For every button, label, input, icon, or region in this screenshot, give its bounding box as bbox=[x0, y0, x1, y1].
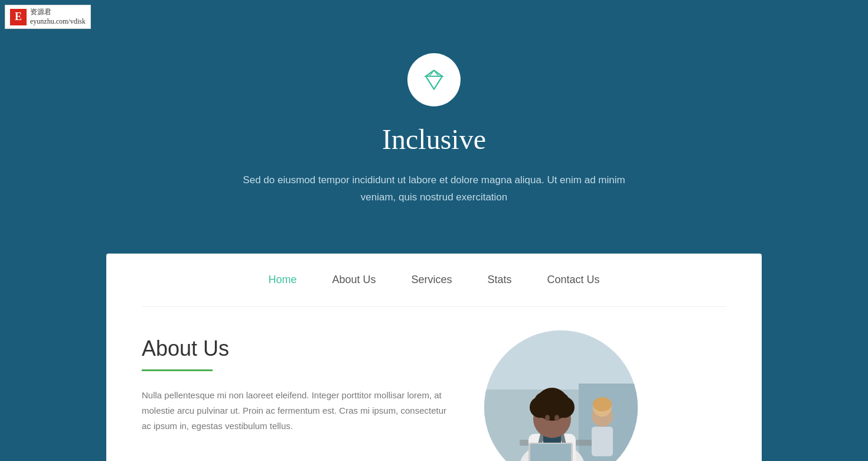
svg-point-23 bbox=[554, 415, 559, 421]
card-section: Home About Us Services Stats Contact Us … bbox=[106, 254, 762, 461]
svg-point-20 bbox=[534, 392, 552, 410]
hero-section: Inclusive Sed do eiusmod tempor incididu… bbox=[0, 0, 868, 254]
svg-point-22 bbox=[545, 415, 550, 421]
card-nav: Home About Us Services Stats Contact Us bbox=[142, 254, 726, 307]
about-content: About Us Nulla pellentesque mi non laore… bbox=[142, 336, 726, 461]
svg-line-2 bbox=[426, 76, 434, 89]
diamond-icon-wrapper bbox=[407, 53, 461, 106]
diamond-icon bbox=[421, 67, 447, 93]
svg-point-21 bbox=[553, 393, 569, 410]
hero-description: Sed do eiusmod tempor incididunt ut labo… bbox=[227, 172, 641, 206]
svg-rect-25 bbox=[530, 444, 571, 461]
svg-rect-27 bbox=[592, 427, 613, 456]
brand-watermark: E 资源君 eyunzhu.com/vdisk bbox=[5, 5, 91, 29]
brand-letter: E bbox=[10, 9, 27, 25]
person-illustration bbox=[484, 330, 638, 461]
brand-name: 资源君 eyunzhu.com/vdisk bbox=[30, 8, 86, 26]
about-image bbox=[484, 330, 638, 461]
nav-item-contact[interactable]: Contact Us bbox=[547, 271, 600, 288]
about-text: About Us Nulla pellentesque mi non laore… bbox=[142, 336, 449, 434]
nav-item-home[interactable]: Home bbox=[268, 271, 296, 288]
hero-title: Inclusive bbox=[382, 123, 486, 155]
about-body: Nulla pellentesque mi non laoreet eleife… bbox=[142, 388, 449, 434]
nav-item-stats[interactable]: Stats bbox=[488, 271, 512, 288]
svg-point-29 bbox=[593, 397, 612, 411]
nav-item-about[interactable]: About Us bbox=[332, 271, 376, 288]
svg-marker-1 bbox=[426, 70, 442, 76]
about-divider bbox=[142, 369, 213, 371]
about-title: About Us bbox=[142, 336, 449, 361]
nav-item-services[interactable]: Services bbox=[411, 271, 452, 288]
svg-line-3 bbox=[434, 76, 442, 89]
